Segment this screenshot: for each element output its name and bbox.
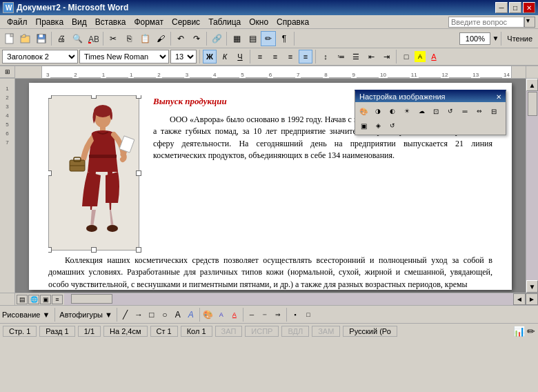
zoom-dropdown[interactable]: ▼	[492, 35, 499, 42]
line-tool[interactable]: ╱	[119, 308, 132, 321]
line-color-btn[interactable]: A	[215, 308, 228, 321]
handle-ml[interactable]	[48, 170, 52, 176]
3d-btn[interactable]: □	[302, 308, 315, 321]
wordart-tool[interactable]: A	[185, 308, 197, 321]
show-hide-button[interactable]: ¶	[277, 31, 292, 46]
scroll-up-button[interactable]: ▲	[526, 79, 538, 91]
search-input[interactable]	[448, 17, 524, 28]
print-button[interactable]: 🖨	[54, 31, 69, 46]
handle-mr[interactable]	[136, 170, 141, 176]
align-center[interactable]: ≡	[268, 50, 282, 63]
shadow-btn[interactable]: ▪	[289, 308, 301, 321]
outline-view-btn[interactable]: ≡	[52, 295, 63, 304]
fill-color-btn[interactable]: 🎨	[202, 308, 215, 321]
save-button[interactable]	[34, 31, 49, 46]
new-button[interactable]	[2, 31, 17, 46]
align-justify[interactable]: ≡	[299, 50, 312, 63]
h-scroll-right[interactable]: ►	[526, 293, 538, 305]
img-rotate-left[interactable]: ↺	[444, 104, 457, 118]
handle-tr[interactable]	[136, 95, 141, 99]
zoom-input[interactable]	[459, 32, 490, 45]
style-dropdown[interactable]: Заголовок 2	[2, 50, 78, 63]
numbering-button[interactable]: ≔	[334, 50, 348, 63]
web-view-btn[interactable]: 🌐	[28, 295, 39, 304]
align-left[interactable]: ≡	[253, 50, 267, 63]
menu-format[interactable]: Формат	[130, 16, 168, 28]
h-scroll-track[interactable]	[64, 293, 513, 305]
img-text-wrap[interactable]: ⊟	[487, 104, 501, 118]
indent-decrease[interactable]: ⇤	[364, 50, 378, 63]
menu-edit[interactable]: Правка	[32, 16, 68, 28]
status-icon1[interactable]: 📊	[513, 326, 525, 337]
menu-help[interactable]: Справка	[272, 16, 313, 28]
search-button[interactable]: ▼	[524, 17, 535, 28]
paste-button[interactable]: 📋	[137, 31, 152, 46]
scroll-thumb[interactable]	[528, 92, 537, 116]
menu-table[interactable]: Таблица	[204, 16, 245, 28]
print-view-btn[interactable]: ▣	[40, 295, 51, 304]
indent-increase[interactable]: ⇥	[379, 50, 393, 63]
img-more-contrast[interactable]: ◑	[371, 104, 385, 118]
maximize-button[interactable]: □	[509, 2, 521, 13]
italic-button[interactable]: К	[218, 50, 232, 63]
handle-bl[interactable]	[48, 247, 52, 253]
img-less-bright[interactable]: ☁	[415, 104, 428, 118]
read-mode-button[interactable]: Чтение	[504, 31, 536, 46]
redo-button[interactable]: ↷	[189, 31, 204, 46]
hyperlink-button[interactable]: 🔗	[209, 31, 224, 46]
font-color[interactable]: A	[427, 50, 441, 63]
handle-tl[interactable]	[48, 95, 52, 99]
img-set-transparent[interactable]: ◈	[371, 119, 385, 133]
img-crop[interactable]: ⊡	[429, 104, 443, 118]
align-right[interactable]: ≡	[283, 50, 297, 63]
highlight-button[interactable]: A	[415, 51, 426, 62]
drawing-menu[interactable]: Рисование ▼	[2, 311, 50, 319]
minimize-button[interactable]: ─	[495, 2, 508, 13]
floating-image[interactable]	[48, 95, 139, 251]
menu-view[interactable]: Вид	[68, 16, 91, 28]
status-icon2[interactable]: ✏	[527, 326, 535, 337]
normal-view-btn[interactable]: ▤	[17, 295, 28, 304]
copy-button[interactable]: ⎘	[121, 31, 137, 46]
size-dropdown[interactable]: 13	[170, 50, 197, 63]
undo-button[interactable]: ↶	[173, 31, 188, 46]
img-color-btn[interactable]: 🎨	[357, 104, 370, 118]
img-more-bright[interactable]: ☀	[400, 104, 414, 118]
columns-button[interactable]: ▤	[245, 31, 260, 46]
menu-file[interactable]: Файл	[3, 16, 32, 28]
h-scroll-thumb[interactable]	[71, 294, 112, 304]
font-dropdown[interactable]: Times New Roman	[79, 50, 169, 63]
line-spacing[interactable]: ↕	[319, 50, 332, 63]
spellcheck-button[interactable]: ABC	[86, 31, 101, 46]
cut-button[interactable]: ✂	[106, 31, 121, 46]
preview-button[interactable]: 🔍	[70, 31, 85, 46]
menu-insert[interactable]: Вставка	[91, 16, 130, 28]
font-color-btn2[interactable]: A	[228, 308, 241, 321]
img-less-contrast[interactable]: ◐	[386, 104, 399, 118]
arrow-style-btn[interactable]: ⇒	[272, 308, 284, 321]
menu-tools[interactable]: Сервис	[168, 16, 204, 28]
image-panel-close[interactable]: ✕	[496, 93, 501, 101]
handle-br[interactable]	[136, 247, 141, 253]
dash-style-btn[interactable]: ┄	[259, 308, 271, 321]
scroll-down-button[interactable]: ▼	[526, 280, 538, 293]
handle-tc[interactable]	[91, 95, 97, 99]
line-style-btn[interactable]: ─	[246, 308, 258, 321]
outside-border[interactable]: □	[399, 50, 413, 63]
rect-tool[interactable]: □	[146, 308, 158, 321]
open-button[interactable]	[18, 31, 33, 46]
img-compress[interactable]: ⇔	[472, 104, 486, 118]
img-format[interactable]: ▣	[357, 119, 370, 133]
handle-bc[interactable]	[91, 247, 97, 253]
bold-button[interactable]: Ж	[203, 50, 217, 63]
underline-button[interactable]: Ч	[233, 50, 247, 63]
scroll-track[interactable]	[526, 91, 538, 280]
img-reset[interactable]: ↺	[386, 119, 399, 133]
img-line-style[interactable]: ═	[458, 104, 472, 118]
menu-window[interactable]: Окно	[245, 16, 272, 28]
h-scroll-left[interactable]: ◄	[513, 293, 526, 305]
arrow-tool[interactable]: →	[132, 308, 145, 321]
bullets-button[interactable]: ☰	[349, 50, 363, 63]
textbox-tool[interactable]: A	[172, 308, 184, 321]
close-button[interactable]: ✕	[523, 2, 535, 13]
